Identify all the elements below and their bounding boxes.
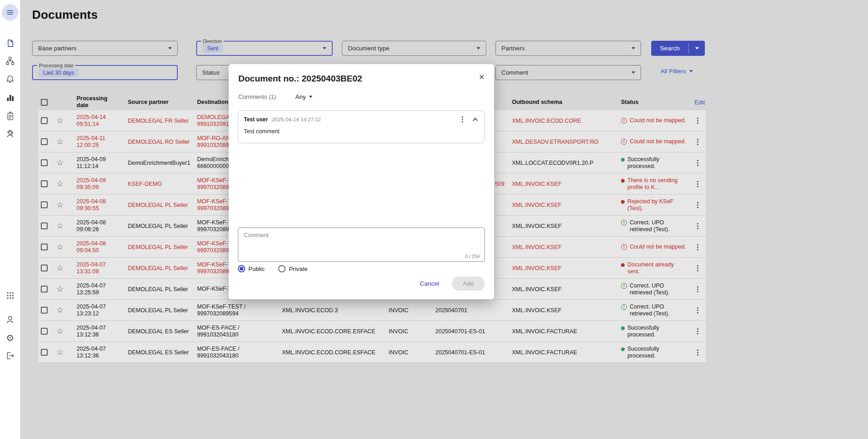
comment-menu-icon[interactable]: ⋮ bbox=[459, 116, 466, 123]
favorite-star-icon[interactable]: ☆ bbox=[56, 201, 63, 209]
row-checkbox[interactable] bbox=[41, 328, 48, 335]
row-checkbox[interactable] bbox=[41, 307, 48, 314]
all-filters-button[interactable]: All Filters bbox=[660, 68, 693, 75]
filter-processing-date[interactable]: Processing date Last 30 days bbox=[32, 65, 178, 80]
row-menu-icon[interactable]: ⋮ bbox=[694, 159, 702, 167]
table-row[interactable]: ☆2025-04-0713:23:12DEMOLEGAL PL SellerMO… bbox=[38, 300, 706, 321]
close-icon[interactable]: ✕ bbox=[479, 73, 485, 81]
row-checkbox[interactable] bbox=[41, 159, 48, 166]
profile-icon[interactable] bbox=[5, 314, 15, 325]
comment-input[interactable]: Comment 0 / 256 bbox=[238, 228, 485, 262]
search-button[interactable]: Search bbox=[651, 41, 688, 56]
row-checkbox[interactable] bbox=[41, 117, 48, 124]
outbound-schema-cell: XML.INVOIC.FACTURAE bbox=[510, 349, 619, 356]
favorite-star-icon[interactable]: ☆ bbox=[56, 117, 63, 125]
processing-date-cell: 2025-04-0809:30:55 bbox=[74, 198, 126, 212]
source-partner-cell: DEMOLEGAL RO Seller bbox=[126, 139, 195, 145]
filter-document-type[interactable]: Document type bbox=[342, 41, 486, 56]
source-partner-cell: DEMOLEGAL PL Seller bbox=[126, 286, 195, 293]
filter-partners[interactable]: Partners bbox=[495, 41, 641, 56]
favorite-star-icon[interactable]: ☆ bbox=[56, 159, 63, 167]
row-menu-icon[interactable]: ⋮ bbox=[694, 307, 702, 314]
row-menu-icon[interactable]: ⋮ bbox=[694, 265, 702, 272]
column-header-status: Status bbox=[619, 99, 687, 105]
processing-date-chip[interactable]: Last 30 days bbox=[38, 68, 79, 77]
favorite-star-icon[interactable]: ☆ bbox=[56, 348, 63, 356]
favorite-star-icon[interactable]: ☆ bbox=[56, 138, 63, 146]
filter-label: Partners bbox=[501, 45, 525, 52]
direction-chip[interactable]: Sent bbox=[203, 44, 223, 53]
destination-partner-cell: MOF-KSeF-TEST /9997032089594 bbox=[195, 304, 280, 317]
chevron-down-icon bbox=[323, 47, 326, 49]
row-checkbox[interactable] bbox=[41, 244, 48, 250]
radio-selected-icon bbox=[238, 265, 245, 272]
settings-icon[interactable]: ⚙ bbox=[5, 333, 15, 343]
row-checkbox[interactable] bbox=[41, 201, 48, 208]
public-radio[interactable]: Public bbox=[238, 265, 264, 272]
row-menu-icon[interactable]: ⋮ bbox=[694, 328, 702, 335]
column-header-outbound-schema: Outbound schema bbox=[510, 99, 619, 105]
table-row[interactable]: ☆2025-04-0713:12:36DEMOLEGAL ES SellerMO… bbox=[38, 321, 706, 342]
comments-filter-value: Any bbox=[295, 93, 306, 100]
logout-icon[interactable] bbox=[5, 351, 15, 361]
favorite-star-icon[interactable]: ☆ bbox=[56, 264, 63, 272]
row-menu-icon[interactable]: ⋮ bbox=[694, 180, 702, 188]
tasks-icon[interactable] bbox=[5, 111, 15, 121]
document-type-cell: INVOIC bbox=[386, 328, 433, 335]
search-dropdown-button[interactable] bbox=[689, 41, 705, 56]
support-icon[interactable] bbox=[5, 129, 15, 139]
filter-comment[interactable]: Comment bbox=[495, 65, 641, 80]
add-button[interactable]: Add bbox=[452, 276, 485, 291]
outbound-schema-cell: XML.INVOIC.KSEF bbox=[510, 181, 619, 187]
row-menu-icon[interactable]: ⋮ bbox=[694, 138, 702, 146]
row-checkbox[interactable] bbox=[41, 265, 48, 271]
filter-direction[interactable]: Direction Sent bbox=[196, 41, 333, 56]
chevron-up-icon[interactable] bbox=[472, 118, 478, 123]
favorite-star-icon[interactable]: ☆ bbox=[56, 327, 63, 335]
comment-input-label: Comment bbox=[244, 232, 269, 238]
document-comments-dialog: Document no.: 20250403BE02 ✕ Comments (1… bbox=[229, 64, 494, 299]
favorite-star-icon[interactable]: ☆ bbox=[56, 243, 63, 251]
favorite-star-icon[interactable]: ☆ bbox=[56, 180, 63, 188]
select-all-checkbox[interactable] bbox=[41, 99, 48, 106]
status-info-icon: ! bbox=[621, 304, 627, 310]
comments-filter-dropdown[interactable]: Any bbox=[295, 93, 312, 100]
row-checkbox[interactable] bbox=[41, 138, 48, 145]
processing-date-cell: 2025-04-0911:12:14 bbox=[74, 156, 126, 170]
row-menu-icon[interactable]: ⋮ bbox=[694, 222, 702, 230]
processing-date-cell: 2025-04-0713:23:12 bbox=[74, 304, 126, 317]
row-checkbox[interactable] bbox=[41, 180, 48, 187]
filter-base-partners[interactable]: Base partners bbox=[32, 41, 178, 56]
row-checkbox[interactable] bbox=[41, 286, 48, 293]
row-menu-icon[interactable]: ⋮ bbox=[694, 117, 702, 125]
filter-floating-label: Processing date bbox=[37, 63, 75, 68]
row-checkbox[interactable] bbox=[41, 349, 48, 356]
cancel-button[interactable]: Cancel bbox=[420, 280, 439, 287]
row-menu-icon[interactable]: ⋮ bbox=[694, 244, 702, 251]
table-row[interactable]: ☆2025-04-0713:12:36DEMOLEGAL ES SellerMO… bbox=[38, 342, 706, 363]
chevron-down-icon bbox=[168, 47, 172, 49]
notifications-icon[interactable] bbox=[5, 74, 15, 84]
apps-grid-icon[interactable] bbox=[5, 290, 15, 300]
visibility-radios: Public Private bbox=[238, 265, 308, 272]
documents-icon[interactable] bbox=[5, 38, 15, 48]
row-menu-icon[interactable]: ⋮ bbox=[694, 286, 702, 293]
status-error-icon: ! bbox=[621, 244, 627, 250]
edit-link[interactable]: Edit bbox=[695, 99, 706, 106]
menu-button[interactable] bbox=[2, 4, 18, 21]
status-cell: Document already sent. bbox=[619, 261, 687, 275]
inbound-schema-cell: XML.INVOIC.ECOD.3 bbox=[280, 307, 386, 314]
favorite-star-icon[interactable]: ☆ bbox=[56, 306, 63, 314]
row-menu-icon[interactable]: ⋮ bbox=[694, 349, 702, 356]
row-checkbox[interactable] bbox=[41, 222, 48, 229]
favorite-star-icon[interactable]: ☆ bbox=[56, 222, 63, 230]
favorite-star-icon[interactable]: ☆ bbox=[56, 285, 63, 293]
row-menu-icon[interactable]: ⋮ bbox=[694, 201, 702, 209]
statistics-icon[interactable] bbox=[5, 92, 15, 103]
status-cell: Successfully processed. bbox=[619, 325, 687, 338]
private-radio[interactable]: Private bbox=[278, 265, 307, 272]
char-counter: 0 / 256 bbox=[465, 254, 480, 259]
flows-icon[interactable] bbox=[5, 56, 15, 66]
gear-icon: ⚙ bbox=[6, 333, 14, 343]
private-radio-label: Private bbox=[289, 266, 307, 272]
